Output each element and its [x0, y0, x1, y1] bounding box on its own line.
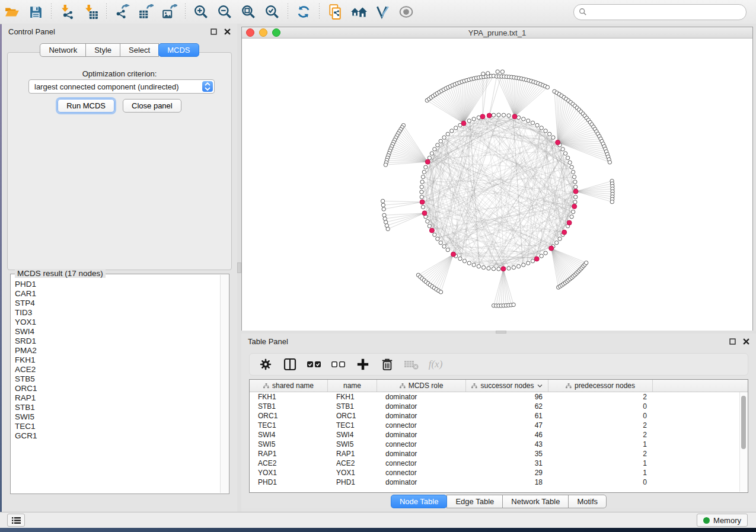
network-canvas[interactable]	[242, 39, 752, 331]
network-node[interactable]	[439, 290, 442, 294]
mcds-result-item[interactable]: TID3	[15, 308, 221, 318]
network-node[interactable]	[574, 195, 578, 198]
table-cell[interactable]: SWI4	[328, 431, 377, 439]
network-node[interactable]	[608, 161, 611, 164]
network-node[interactable]	[568, 161, 572, 164]
network-node[interactable]	[570, 215, 573, 219]
mcds-result-item[interactable]: SRD1	[15, 336, 221, 346]
column-header-name[interactable]: name	[328, 380, 377, 392]
table-cell[interactable]: ACE2	[250, 459, 328, 467]
tab-style[interactable]: Style	[85, 43, 120, 57]
mcds-result-item[interactable]: GCR1	[15, 431, 221, 441]
network-node[interactable]	[442, 136, 446, 139]
network-node[interactable]	[472, 117, 476, 121]
mcds-network-node[interactable]	[451, 252, 456, 257]
network-node[interactable]	[486, 72, 490, 75]
network-node[interactable]	[555, 241, 559, 245]
mcds-result-item[interactable]: ACE2	[15, 365, 221, 374]
refresh-layout-button[interactable]	[292, 2, 315, 22]
mcds-result-item[interactable]: TEC1	[15, 422, 221, 431]
table-cell[interactable]: connector	[377, 421, 466, 430]
table-row[interactable]: RAP1RAP1dominator352	[250, 449, 748, 459]
network-node[interactable]	[382, 213, 386, 217]
mcds-network-node[interactable]	[572, 204, 577, 209]
network-node[interactable]	[535, 123, 539, 127]
mcds-result-item[interactable]: FKH1	[15, 355, 221, 365]
network-node[interactable]	[507, 267, 511, 270]
export-table-button[interactable]	[134, 2, 158, 22]
network-node[interactable]	[566, 156, 569, 159]
network-node[interactable]	[516, 264, 520, 268]
table-cell[interactable]: 0	[548, 402, 653, 411]
network-node[interactable]	[421, 205, 425, 209]
network-node[interactable]	[458, 257, 462, 260]
table-cell[interactable]: 1	[548, 459, 653, 467]
delete-column-button[interactable]	[376, 355, 398, 374]
mcds-result-item[interactable]: SWI5	[15, 412, 221, 422]
select-all-rows-button[interactable]	[303, 355, 325, 374]
network-node[interactable]	[428, 224, 431, 227]
mcds-network-node[interactable]	[512, 114, 517, 119]
network-node[interactable]	[433, 233, 436, 236]
network-node[interactable]	[571, 170, 575, 174]
network-node[interactable]	[381, 203, 385, 207]
network-node[interactable]	[421, 175, 425, 178]
table-cell[interactable]: connector	[377, 469, 466, 477]
table-cell[interactable]: ORC1	[250, 412, 328, 420]
network-node[interactable]	[496, 70, 499, 73]
network-node[interactable]	[502, 113, 505, 117]
network-node[interactable]	[424, 165, 428, 169]
network-node[interactable]	[522, 263, 525, 267]
network-node[interactable]	[546, 85, 549, 89]
network-node[interactable]	[422, 170, 426, 174]
tab-motifs[interactable]: Motifs	[568, 495, 607, 508]
mcds-result-item[interactable]: RAP1	[15, 393, 221, 403]
network-node[interactable]	[420, 180, 424, 184]
show-graphics-details-button[interactable]	[394, 2, 418, 22]
table-cell[interactable]: 47	[466, 421, 548, 430]
network-node[interactable]	[477, 264, 480, 268]
network-node[interactable]	[439, 241, 442, 245]
network-node[interactable]	[462, 259, 466, 262]
table-options-button[interactable]	[254, 355, 276, 374]
network-node[interactable]	[433, 148, 436, 151]
table-row[interactable]: STB1STB1dominator620	[250, 402, 748, 411]
mcds-network-node[interactable]	[549, 246, 554, 251]
table-cell[interactable]: 2	[548, 450, 653, 458]
close-panel-button[interactable]	[742, 338, 750, 345]
mcds-result-item[interactable]: PMA2	[15, 346, 221, 355]
mcds-network-node[interactable]	[501, 267, 506, 271]
table-cell[interactable]: PHD1	[328, 478, 377, 486]
table-row[interactable]: TEC1TEC1connector472	[250, 421, 748, 430]
show-task-history-button[interactable]	[7, 514, 25, 527]
network-node[interactable]	[573, 180, 577, 184]
network-node[interactable]	[436, 143, 439, 147]
mcds-result-item[interactable]: ORC1	[15, 384, 221, 393]
network-node[interactable]	[384, 163, 387, 166]
tab-node-table[interactable]: Node Table	[391, 495, 448, 508]
table-cell[interactable]: dominator	[377, 393, 466, 401]
mcds-result-item[interactable]: STB5	[15, 374, 221, 384]
table-cell[interactable]: 29	[466, 469, 548, 477]
network-window-titlebar[interactable]: YPA_prune.txt_1	[242, 27, 752, 39]
network-node[interactable]	[420, 185, 423, 188]
mcds-result-item[interactable]: CAR1	[15, 289, 221, 299]
mcds-network-node[interactable]	[425, 159, 430, 164]
table-cell[interactable]: 2	[548, 431, 653, 439]
table-cell[interactable]: 1	[548, 440, 653, 448]
table-row[interactable]: ACE2ACE2connector311	[250, 459, 748, 468]
table-cell[interactable]: 96	[466, 393, 548, 401]
export-network-button[interactable]	[110, 2, 134, 22]
mcds-result-item[interactable]: PHD1	[15, 280, 221, 289]
search-input[interactable]	[587, 7, 746, 17]
table-cell[interactable]: 2	[548, 393, 653, 401]
network-node[interactable]	[492, 267, 495, 271]
table-cell[interactable]: 2	[548, 421, 653, 430]
network-node[interactable]	[527, 261, 530, 265]
network-node[interactable]	[558, 237, 562, 241]
network-node[interactable]	[497, 113, 500, 117]
memory-button[interactable]: Memory	[697, 514, 748, 527]
optimization-criterion-select[interactable]: largest connected component (undirected)	[28, 79, 215, 94]
network-node[interactable]	[512, 265, 515, 269]
mcds-network-node[interactable]	[487, 113, 492, 118]
